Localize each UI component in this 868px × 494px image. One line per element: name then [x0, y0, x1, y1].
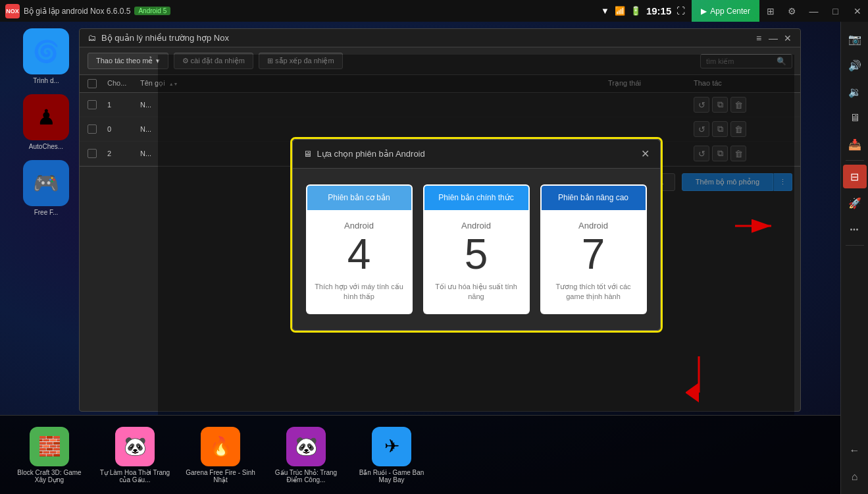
manager-icon: 🗂 — [88, 33, 96, 43]
manager-title: 🗂 Bộ quản lý nhiều trường hợp Nox — [88, 33, 229, 43]
app-icon-freefire: 🔥 — [201, 427, 240, 466]
cell-check-1 — [88, 124, 107, 134]
home-window-button[interactable]: ⊞ — [759, 0, 781, 22]
android-version-card-advanced[interactable]: Phiên bản nâng cao Android 7 Tương thích… — [540, 184, 647, 314]
app-label-shooter: Bắn Ruồi - Game Ban May Bay — [355, 469, 428, 483]
rocket-button[interactable]: 🚀 — [843, 191, 867, 215]
app-center-label: App Center — [710, 7, 750, 16]
select-all-checkbox[interactable] — [88, 79, 97, 88]
app-icon-autochess: ♟ — [23, 94, 69, 140]
import-button[interactable]: 📥 — [843, 132, 867, 156]
right-sidebar: 📷 🔊 🔉 🖥 📥 ⊟ 🚀 ••• ← ⌂ — [840, 22, 868, 494]
volume-up-button[interactable]: 🔊 — [843, 53, 867, 77]
import-icon: 📥 — [848, 138, 861, 151]
sidebar-separator-2 — [846, 245, 864, 246]
main-content: 🌀 Trình d... ♟ AutoChes... 🎮 Free F... 👤… — [0, 22, 840, 494]
version-number-advanced: 7 — [548, 233, 639, 275]
nox-logo-text: NOX — [6, 8, 19, 14]
batch-action-label: Thao tác theo mẻ — [96, 57, 153, 65]
bottom-appbar: 🧱 Block Craft 3D: Game Xây Dựng 🐼 Tự Làm… — [0, 415, 840, 494]
row-checkbox-2[interactable] — [88, 149, 97, 158]
maximize-button[interactable]: □ — [825, 0, 846, 22]
wifi-icon: ▼ — [601, 6, 609, 16]
close-button[interactable]: ✕ — [846, 0, 868, 22]
multi-instance-button[interactable]: ⊟ — [843, 165, 867, 188]
app-icon-block: 🧱 — [30, 427, 69, 466]
volume-down-button[interactable]: 🔉 — [843, 80, 867, 103]
version-body-basic: Android 4 Thích hợp với máy tính cấu hìn… — [307, 210, 411, 313]
play-icon: ▶ — [701, 7, 707, 16]
android-label-official: Android — [431, 221, 522, 231]
android-modal-title-text: 🖥 Lựa chọn phiên bản Android — [303, 149, 425, 159]
screenshot-icon: 📷 — [848, 33, 861, 45]
android-versions-container: Phiên bản cơ bản Android 4 Thích hợp với… — [293, 169, 660, 330]
version-header-advanced-label: Phiên bản nâng cao — [558, 193, 628, 202]
screen-button[interactable]: 🖥 — [843, 106, 867, 130]
titlebar-left: NOX Bộ giả lập android Nox 6.6.0.5 Andro… — [0, 4, 594, 18]
more-options-button[interactable]: ••• — [843, 217, 867, 241]
home-icon: ⌂ — [852, 471, 858, 483]
list-item[interactable]: ♟ AutoChes... — [7, 94, 86, 150]
app-icon-panda: 🐼 — [115, 427, 155, 466]
version-header-basic-label: Phiên bản cơ bản — [328, 193, 390, 202]
home-button[interactable]: ⌂ — [843, 465, 867, 489]
android-version-modal: 🖥 Lựa chọn phiên bản Android ✕ Phiên bản… — [290, 137, 663, 333]
col-header-cho: Cho... — [107, 79, 140, 88]
list-item[interactable]: 🐼 Gấu Trúc Nhỏ: Trang Điểm Công... — [270, 427, 342, 483]
list-item[interactable]: ✈ Bắn Ruồi - Game Ban May Bay — [355, 427, 428, 483]
nox-logo: NOX — [5, 4, 20, 18]
more-options-icon: ••• — [850, 226, 859, 233]
cell-id-1: 0 — [107, 125, 140, 133]
row-checkbox-1[interactable] — [88, 124, 97, 134]
list-item[interactable]: 🌀 Trình d... — [7, 28, 86, 84]
sidebar-separator-1 — [846, 160, 864, 161]
minimize-button[interactable]: — — [803, 0, 825, 22]
app-center-button[interactable]: ▶ App Center — [692, 0, 759, 22]
version-desc-official: Tối ưu hóa hiệu suất tính năng — [431, 282, 522, 302]
android-version-card-basic[interactable]: Phiên bản cơ bản Android 4 Thích hợp với… — [306, 184, 413, 314]
cell-check-0 — [88, 100, 107, 109]
manager-minimize-button[interactable]: — — [769, 34, 778, 43]
volume-up-icon: 🔊 — [848, 59, 861, 72]
manager-close-button[interactable]: ✕ — [783, 34, 792, 43]
manager-menu-button[interactable]: ≡ — [754, 34, 763, 43]
fullscreen-icon: ⛶ — [677, 6, 685, 16]
systray: ▼ 📶 🔋 19:15 ⛶ — [594, 5, 692, 16]
red-arrow-down-annotation — [686, 356, 712, 405]
volume-down-icon: 🔉 — [848, 86, 861, 98]
list-item[interactable]: 🐼 Tự Làm Hoa Thời Trang của Gấu... — [99, 427, 171, 483]
screenshot-button[interactable]: 📷 — [843, 27, 867, 51]
version-body-official: Android 5 Tối ưu hóa hiệu suất tính năng — [424, 210, 528, 313]
time-display: 19:15 — [646, 5, 671, 16]
android-modal-titlebar: 🖥 Lựa chọn phiên bản Android ✕ — [293, 140, 660, 169]
android-modal-content: 🖥 Lựa chọn phiên bản Android ✕ Phiên bản… — [292, 139, 661, 331]
app-label-freef: Free F... — [34, 209, 59, 216]
battery-icon: 🔋 — [630, 6, 641, 16]
multi-instance-icon: ⊟ — [850, 171, 859, 183]
col-cho-label: Cho... — [107, 79, 126, 87]
cell-check-2 — [88, 149, 107, 158]
app-label-trinh: Trình d... — [33, 77, 59, 84]
manager-titlebar: 🗂 Bộ quản lý nhiều trường hợp Nox ≡ — ✕ — [80, 29, 800, 47]
android-version-card-official[interactable]: Phiên bản chính thức Android 5 Tối ưu hó… — [423, 184, 530, 314]
app-label-block: Block Craft 3D: Game Xây Dựng — [13, 469, 86, 483]
version-header-basic: Phiên bản cơ bản — [307, 186, 411, 210]
back-button[interactable]: ← — [843, 439, 867, 462]
android-label-basic: Android — [314, 221, 405, 231]
app-icon-trinh: 🌀 — [23, 28, 69, 74]
rocket-icon: 🚀 — [848, 197, 861, 209]
manager-title-text: Bộ quản lý nhiều trường hợp Nox — [101, 33, 229, 43]
settings-window-button[interactable]: ⚙ — [781, 0, 803, 22]
list-item[interactable]: 🧱 Block Craft 3D: Game Xây Dựng — [13, 427, 86, 483]
android-badge: Android 5 — [134, 7, 170, 15]
app-label-autochess: AutoChes... — [29, 143, 63, 150]
version-desc-basic: Thích hợp với máy tính cấu hình thấp — [314, 282, 405, 302]
list-item[interactable]: 🔥 Garena Free Fire - Sinh Nhật — [184, 427, 257, 483]
batch-action-button[interactable]: Thao tác theo mẻ ▾ — [88, 53, 168, 69]
list-item[interactable]: 🎮 Free F... — [7, 160, 86, 216]
app-label-panda: Tự Làm Hoa Thời Trang của Gấu... — [99, 469, 171, 483]
android-modal-close-button[interactable]: ✕ — [641, 148, 650, 160]
version-body-advanced: Android 7 Tương thích tốt với các game t… — [542, 210, 646, 313]
app-label-panda2: Gấu Trúc Nhỏ: Trang Điểm Công... — [270, 469, 342, 483]
row-checkbox-0[interactable] — [88, 100, 97, 109]
